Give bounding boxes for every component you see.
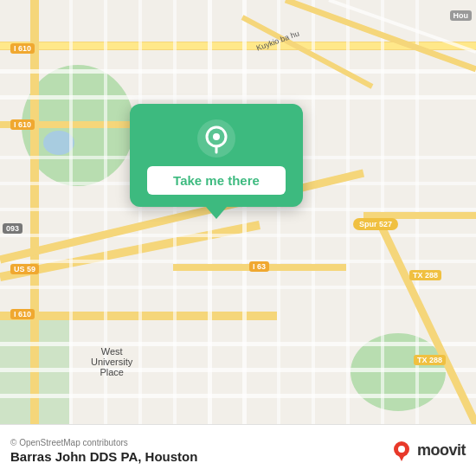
svg-marker-44: [397, 453, 406, 461]
location-pin-icon: [197, 119, 235, 158]
svg-rect-6: [30, 0, 39, 424]
moovit-logo: moovit: [389, 439, 466, 463]
popup-card: Take me there: [130, 104, 303, 207]
svg-rect-29: [346, 0, 350, 424]
highway-badge-us59: US 59: [10, 264, 39, 274]
map-roads: [0, 0, 476, 424]
location-name: Barras John DDS PA, Houston: [10, 449, 197, 464]
svg-line-38: [242, 17, 372, 87]
take-me-there-button[interactable]: Take me there: [147, 166, 286, 195]
svg-rect-28: [312, 0, 315, 424]
highway-badge-tx288-bot: TX 288: [414, 355, 446, 365]
svg-rect-21: [69, 0, 73, 424]
map-container: I 610 I 610 I 610 US 59 093 Hou Spur 527…: [0, 0, 476, 424]
highway-badge-top-right: Hou: [450, 10, 473, 21]
attribution-text: © OpenStreetMap contributors: [10, 438, 197, 447]
svg-rect-24: [173, 0, 177, 424]
bottom-bar: © OpenStreetMap contributors Barras John…: [0, 424, 476, 476]
svg-rect-26: [242, 0, 247, 424]
svg-rect-23: [138, 0, 142, 424]
svg-point-41: [213, 133, 220, 140]
highway-badge-tx288-top: TX 288: [409, 270, 441, 280]
highway-badge-i610-top: I 610: [10, 43, 35, 54]
moovit-text: moovit: [417, 441, 466, 460]
area-label-west-university: WestUniversityPlace: [91, 346, 132, 377]
highway-badge-i610-bot: I 610: [10, 309, 35, 319]
moovit-pin-icon: [389, 439, 414, 463]
svg-rect-27: [277, 0, 280, 424]
svg-point-45: [398, 446, 405, 453]
highway-badge-i63: I 63: [249, 261, 269, 272]
highway-badge-i610-mid: I 610: [10, 119, 35, 130]
highway-badge-093: 093: [3, 223, 23, 234]
highway-badge-spur527: Spur 527: [353, 218, 398, 230]
bottom-left-info: © OpenStreetMap contributors Barras John…: [10, 438, 197, 464]
